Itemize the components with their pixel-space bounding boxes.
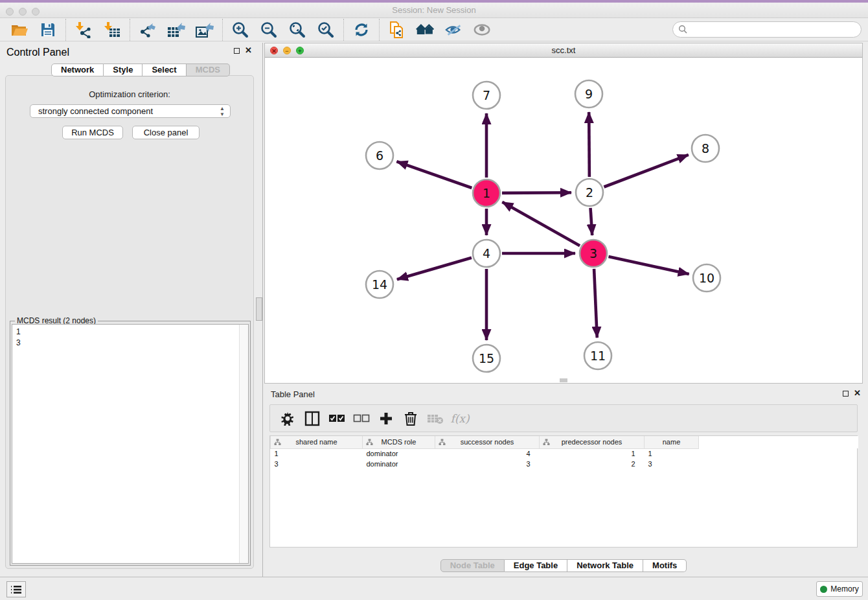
node-4[interactable]: 4 bbox=[473, 240, 500, 267]
column-header-predecessor-nodes[interactable]: predecessor nodes bbox=[540, 436, 645, 448]
close-panel-button[interactable]: Close panel bbox=[132, 126, 200, 139]
hide-selected-icon[interactable] bbox=[444, 20, 464, 40]
result-scrollbar[interactable] bbox=[239, 325, 248, 563]
node-6[interactable]: 6 bbox=[366, 142, 393, 169]
edge-2-8[interactable] bbox=[604, 155, 688, 187]
node-8[interactable]: 8 bbox=[692, 135, 719, 162]
float-panel-icon[interactable] bbox=[234, 48, 240, 54]
canvas-scroll-handle[interactable] bbox=[560, 378, 567, 382]
zoom-selected-icon[interactable] bbox=[316, 20, 336, 40]
control-panel-title: Control Panel bbox=[6, 47, 69, 58]
svg-text:9: 9 bbox=[585, 87, 593, 101]
node-14[interactable]: 14 bbox=[366, 271, 393, 298]
close-table-panel-icon[interactable]: ✕ bbox=[854, 388, 861, 398]
add-column-icon[interactable] bbox=[376, 409, 396, 428]
deselect-all-checks-icon[interactable] bbox=[352, 409, 371, 428]
node-10[interactable]: 10 bbox=[693, 264, 720, 292]
toolbar-separator bbox=[343, 19, 344, 41]
open-session-icon[interactable] bbox=[10, 20, 29, 40]
node-7[interactable]: 7 bbox=[473, 82, 500, 109]
toolbar-separator bbox=[222, 19, 223, 41]
edge-3-1[interactable] bbox=[502, 202, 580, 246]
network-close-icon[interactable]: ✕ bbox=[270, 47, 278, 54]
search-input[interactable] bbox=[672, 21, 862, 38]
edge-2-3[interactable] bbox=[591, 208, 593, 235]
edge-3-11[interactable] bbox=[594, 269, 597, 338]
network-file-icon[interactable] bbox=[387, 20, 407, 40]
svg-text:2: 2 bbox=[586, 185, 593, 200]
tab-select[interactable]: Select bbox=[143, 63, 186, 76]
optimization-criterion-value: strongly connected component bbox=[38, 106, 153, 116]
tab-node-table[interactable]: Node Table bbox=[440, 559, 505, 572]
column-header-MCDS-role[interactable]: MCDS role bbox=[363, 436, 435, 448]
toolbar-separator bbox=[65, 19, 66, 41]
edge-3-10[interactable] bbox=[608, 257, 689, 274]
network-window-titlebar[interactable]: ✕ − + scc.txt bbox=[265, 43, 862, 58]
task-history-button[interactable] bbox=[6, 581, 26, 597]
select-stepper-icon: ▲▼ bbox=[220, 106, 225, 117]
edge-1-6[interactable] bbox=[396, 161, 472, 188]
edge-1-2[interactable] bbox=[502, 192, 571, 193]
network-maximize-icon[interactable]: + bbox=[296, 47, 304, 54]
node-2[interactable]: 2 bbox=[576, 179, 603, 206]
show-hidden-icon[interactable] bbox=[473, 20, 492, 40]
svg-text:3: 3 bbox=[589, 246, 597, 260]
export-image-icon[interactable] bbox=[195, 20, 214, 40]
tab-motifs[interactable]: Motifs bbox=[643, 559, 687, 572]
function-builder-icon-disabled: f(x) bbox=[450, 409, 470, 428]
node-9[interactable]: 9 bbox=[575, 80, 602, 108]
settings-icon[interactable] bbox=[278, 409, 297, 428]
column-header-shared-name[interactable]: shared name bbox=[271, 436, 363, 448]
edge-4-14[interactable] bbox=[397, 258, 472, 279]
delete-column-icon[interactable] bbox=[401, 409, 420, 428]
node-15[interactable]: 15 bbox=[473, 345, 500, 372]
import-network-icon[interactable] bbox=[74, 20, 93, 40]
mcds-result-list[interactable]: 13 bbox=[12, 324, 249, 564]
panel-divider-handle[interactable] bbox=[256, 297, 262, 321]
zoom-fit-icon[interactable] bbox=[288, 20, 307, 40]
mcds-panel: Optimization criterion: strongly connect… bbox=[5, 75, 254, 569]
window-minimize-icon[interactable] bbox=[19, 8, 27, 16]
show-column-panel-icon[interactable] bbox=[303, 409, 322, 428]
close-panel-icon[interactable]: ✕ bbox=[245, 45, 252, 55]
node-table[interactable]: shared nameMCDS rolesuccessor nodesprede… bbox=[269, 435, 858, 548]
export-table-icon[interactable] bbox=[166, 20, 186, 40]
svg-text:7: 7 bbox=[483, 88, 490, 102]
svg-text:1: 1 bbox=[483, 186, 490, 200]
zoom-out-icon[interactable] bbox=[259, 20, 279, 40]
column-header-name[interactable]: name bbox=[645, 436, 699, 448]
table-tabs: Node TableEdge TableNetwork TableMotifs bbox=[264, 559, 863, 572]
table-row[interactable]: 1dominator411 bbox=[271, 448, 859, 459]
tab-style[interactable]: Style bbox=[104, 63, 143, 76]
edge-2-9[interactable] bbox=[589, 112, 589, 177]
first-neighbors-icon[interactable] bbox=[416, 20, 435, 40]
run-mcds-button[interactable]: Run MCDS bbox=[62, 126, 123, 139]
refresh-view-icon[interactable] bbox=[352, 20, 371, 40]
export-network-icon[interactable] bbox=[138, 20, 157, 40]
table-header-row[interactable]: shared nameMCDS rolesuccessor nodesprede… bbox=[271, 436, 859, 448]
tab-network-table[interactable]: Network Table bbox=[567, 559, 643, 572]
table-row[interactable]: 3dominator323 bbox=[271, 459, 859, 469]
column-header-successor-nodes[interactable]: successor nodes bbox=[435, 436, 540, 448]
svg-text:14: 14 bbox=[372, 277, 387, 292]
tab-network[interactable]: Network bbox=[51, 63, 104, 76]
node-11[interactable]: 11 bbox=[584, 342, 611, 369]
table-panel-title: Table Panel bbox=[271, 389, 315, 399]
network-minimize-icon[interactable]: − bbox=[283, 47, 291, 54]
network-window-title: scc.txt bbox=[265, 43, 862, 57]
select-all-checks-icon[interactable] bbox=[327, 409, 347, 428]
tab-edge-table[interactable]: Edge Table bbox=[505, 559, 567, 572]
save-session-icon[interactable] bbox=[38, 20, 58, 40]
float-table-panel-icon[interactable] bbox=[843, 391, 849, 397]
window-zoom-icon[interactable] bbox=[32, 8, 40, 16]
memory-button[interactable]: Memory bbox=[816, 581, 863, 597]
zoom-in-icon[interactable] bbox=[231, 20, 250, 40]
tab-mcds[interactable]: MCDS bbox=[187, 63, 230, 76]
svg-text:4: 4 bbox=[483, 246, 490, 260]
import-table-icon[interactable] bbox=[102, 20, 122, 40]
node-3[interactable]: 3 bbox=[580, 240, 607, 267]
network-graph[interactable]: 7968124314101511 bbox=[265, 58, 862, 383]
window-close-icon[interactable] bbox=[6, 8, 14, 16]
optimization-criterion-select[interactable]: strongly connected component ▲▼ bbox=[30, 104, 231, 118]
node-1[interactable]: 1 bbox=[473, 179, 500, 207]
